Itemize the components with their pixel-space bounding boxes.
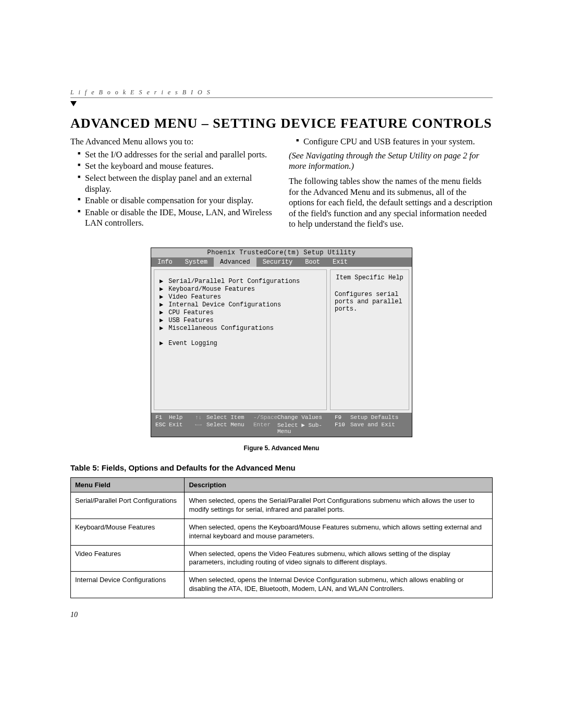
submenu-item[interactable]: ▶ USB Features	[160, 316, 321, 324]
figure-caption: Figure 5. Advanced Menu	[70, 445, 493, 452]
footer-key: F10	[335, 422, 350, 435]
tab-exit[interactable]: Exit	[326, 257, 354, 267]
footer-label: Select ▶ Sub-Menu	[277, 422, 335, 435]
submenu-arrow-icon: ▶	[160, 285, 165, 293]
submenu-label: Event Logging	[168, 340, 217, 347]
following-tables-para: The following tables show the names of t…	[289, 176, 493, 230]
help-text: Configures serial ports and parallel por…	[335, 291, 405, 313]
submenu-arrow-icon: ▶	[160, 339, 165, 347]
page-number: 10	[70, 611, 493, 619]
submenu-item[interactable]: ▶ Internal Device Configurations	[160, 301, 321, 309]
submenu-item[interactable]: ▶ Event Logging	[160, 339, 321, 347]
table-cell-field: Keyboard/Mouse Features	[71, 519, 185, 545]
tab-info[interactable]: Info	[151, 257, 179, 267]
table-row: Video Features When selected, opens the …	[71, 545, 493, 572]
table-cell-desc: When selected, opens the Serial/Parallel…	[185, 492, 493, 519]
table-row: Internal Device Configurations When sele…	[71, 572, 493, 598]
tab-advanced[interactable]: Advanced	[214, 257, 256, 267]
footer-key: Enter	[253, 422, 277, 435]
list-item: Select between the display panel and an …	[78, 173, 274, 194]
submenu-arrow-icon: ▶	[160, 324, 165, 332]
footer-label: Exit	[169, 422, 195, 435]
list-item: Set the keyboard and mouse features.	[78, 161, 274, 172]
table-cell-field: Video Features	[71, 545, 185, 572]
table-header: Menu Field	[71, 478, 185, 492]
submenu-label: Serial/Parallel Port Configurations	[168, 278, 300, 285]
bios-menu-panel: ▶ Serial/Parallel Port Configurations ▶ …	[154, 269, 327, 410]
intro-columns: The Advanced Menu allows you to: Set the…	[70, 137, 493, 232]
submenu-item[interactable]: ▶ Miscellaneous Configurations	[160, 324, 321, 332]
submenu-arrow-icon: ▶	[160, 316, 165, 324]
footer-key: ESC	[155, 422, 169, 435]
table-cell-desc: When selected, opens the Video Features …	[185, 545, 493, 572]
tab-system[interactable]: System	[179, 257, 214, 267]
table-header: Description	[185, 478, 493, 492]
submenu-label: Keyboard/Mouse Features	[168, 286, 255, 293]
tab-boot[interactable]: Boot	[299, 257, 326, 267]
footer-label: Setup Defaults	[350, 414, 408, 421]
submenu-label: Miscellaneous Configurations	[168, 325, 274, 332]
submenu-arrow-icon: ▶	[160, 277, 165, 285]
submenu-label: Internal Device Configurations	[168, 301, 281, 309]
footer-key: F9	[335, 414, 350, 421]
footer-label: Help	[169, 414, 195, 421]
bios-screenshot: Phoenix TrustedCore(tm) Setup Utility In…	[151, 248, 412, 437]
submenu-label: USB Features	[168, 317, 213, 324]
submenu-item[interactable]: ▶ Keyboard/Mouse Features	[160, 285, 321, 293]
footer-label: Select Menu	[206, 422, 253, 435]
table-cell-field: Internal Device Configurations	[71, 572, 185, 598]
fields-table: Menu Field Description Serial/Parallel P…	[70, 477, 493, 598]
running-header: L i f e B o o k E S e r i e s B I O S	[70, 89, 493, 98]
bios-help-panel: Item Specific Help Configures serial por…	[330, 269, 409, 410]
footer-label: Save and Exit	[350, 422, 408, 435]
table-cell-desc: When selected, opens the Keyboard/Mouse …	[185, 519, 493, 545]
intro-line: The Advanced Menu allows you to:	[70, 137, 274, 147]
tab-security[interactable]: Security	[256, 257, 299, 267]
bios-footer: F1 Help ↑↓ Select Item -/Space Change Va…	[151, 413, 412, 437]
table-row: Keyboard/Mouse Features When selected, o…	[71, 519, 493, 545]
submenu-label: CPU Features	[168, 309, 213, 316]
submenu-arrow-icon: ▶	[160, 309, 165, 316]
table-cell-field: Serial/Parallel Port Configurations	[71, 492, 185, 519]
table-title: Table 5: Fields, Options and Defaults fo…	[70, 463, 493, 472]
footer-label: Change Values	[277, 414, 335, 421]
submenu-label: Video Features	[168, 293, 221, 301]
footer-label: Select Item	[206, 414, 253, 421]
table-cell-desc: When selected, opens the Internal Device…	[185, 572, 493, 598]
table-row: Serial/Parallel Port Configurations When…	[71, 492, 493, 519]
header-marker-icon	[70, 101, 77, 106]
list-item: Enable or disable the IDE, Mouse, LAN, a…	[78, 207, 274, 229]
footer-key: -/Space	[253, 414, 277, 421]
list-item: Configure CPU and USB features in your s…	[296, 137, 493, 147]
list-item: Enable or disable compensation for your …	[78, 195, 274, 206]
submenu-arrow-icon: ▶	[160, 293, 165, 301]
footer-key: ←→	[195, 422, 206, 435]
list-item: Set the I/O addresses for the serial and…	[78, 150, 274, 161]
help-title: Item Specific Help	[335, 274, 405, 281]
submenu-arrow-icon: ▶	[160, 301, 165, 309]
feature-list-right: Configure CPU and USB features in your s…	[289, 137, 493, 147]
footer-key: F1	[155, 414, 169, 421]
submenu-item[interactable]: ▶ CPU Features	[160, 309, 321, 316]
submenu-item[interactable]: ▶ Video Features	[160, 293, 321, 301]
bios-tab-bar: Info System Advanced Security Boot Exit	[151, 257, 412, 267]
bios-window-title: Phoenix TrustedCore(tm) Setup Utility	[151, 248, 412, 257]
section-title: ADVANCED MENU – SETTING DEVICE FEATURE C…	[70, 116, 493, 131]
footer-key: ↑↓	[195, 414, 206, 421]
submenu-item[interactable]: ▶ Serial/Parallel Port Configurations	[160, 277, 321, 285]
see-reference: (See Navigating through the Setup Utilit…	[289, 151, 493, 172]
feature-list-left: Set the I/O addresses for the serial and…	[70, 150, 274, 229]
